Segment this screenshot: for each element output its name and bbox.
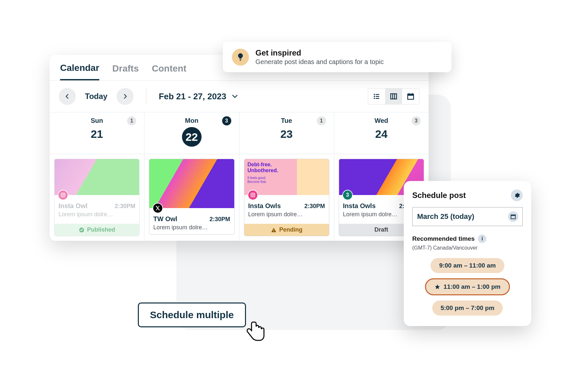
day-number: 22 [182,127,202,147]
day-column-tue: Debt-free. Unbothered. It feels good. Be… [239,154,334,241]
post-time: 2:30PM [209,216,230,223]
calendar-icon [407,92,415,100]
view-week-button[interactable] [385,89,402,104]
instagram-icon [58,190,68,200]
cards-row: Insta Owl 2:30PM Lorem ipsum dolre… Publ… [50,154,429,241]
timezone-label: (GMT-7) Canada/Vancouver [412,245,523,251]
lightbulb-icon [232,49,249,66]
day-count-badge: 1 [317,116,326,125]
next-button[interactable] [117,88,134,105]
day-count-badge: 3 [222,116,231,125]
post-body: Insta Owls 2:30PM Lorem ipsum dolre… [244,195,329,221]
get-inspired-card[interactable]: Get inspired Generate post ideas and cap… [223,42,451,72]
time-slot[interactable]: 9:00 am – 11:00 am [431,258,504,273]
divider [146,89,146,104]
day-header-wed[interactable]: Wed 3 24 [334,112,429,154]
info-icon[interactable]: i [478,235,486,243]
columns-icon [390,92,398,100]
day-column-mon: TW Owl 2:30PM Lorem ipsum dolre… [144,154,239,241]
cursor-hand-icon [245,319,266,343]
schedule-date-value: March 25 (today) [417,212,474,221]
post-card[interactable]: TW Owl 2:30PM Lorem ipsum dolre… [149,159,234,235]
day-number: 21 [53,128,141,140]
warning-icon [271,227,277,233]
tab-drafts[interactable]: Drafts [112,63,139,80]
tab-content[interactable]: Content [152,63,187,80]
tab-calendar[interactable]: Calendar [60,63,99,80]
svg-rect-1 [376,94,379,95]
svg-point-2 [374,96,375,97]
post-body: TW Owl 2:30PM Lorem ipsum dolre… [149,208,234,234]
date-range-label: Feb 21 - 27, 2023 [159,91,226,102]
multi-network-badge: 3 [342,190,353,200]
svg-rect-5 [376,98,379,99]
view-list-button[interactable] [368,89,385,104]
svg-rect-6 [391,94,397,99]
svg-point-4 [374,98,375,99]
time-slot[interactable]: 5:00 pm – 7:00 pm [432,301,503,316]
date-range-button[interactable]: Feb 21 - 27, 2023 [159,91,238,102]
schedule-date-field[interactable]: March 25 (today) [412,207,523,226]
schedule-post-panel: Schedule post March 25 (today) Recommend… [404,181,531,326]
svg-rect-22 [239,59,241,60]
svg-rect-20 [273,229,274,231]
recommended-times-label: Recommended times i [412,235,523,243]
day-count-badge: 3 [412,116,421,125]
account-name: Insta Owls [248,202,281,210]
svg-point-19 [254,194,254,194]
time-slot-best[interactable]: 11:00 am – 1:00 pm [425,278,510,295]
day-header-sun[interactable]: Sun 1 21 [50,112,144,154]
settings-button[interactable] [511,189,523,201]
day-header-mon[interactable]: Mon 3 22 [144,112,239,154]
chevron-right-icon [122,93,128,99]
post-thumbnail [149,159,234,208]
post-body: Insta Owl 2:30PM Lorem ipsum dolre… [55,195,139,221]
post-snippet: Lorem ipsum dolre… [58,211,135,218]
x-twitter-icon [153,203,163,213]
check-circle-icon [79,227,85,233]
schedule-panel-title: Schedule post [412,191,466,200]
thumb-subhead: It feels good. Become that. [248,176,267,184]
day-number: 24 [337,128,425,140]
status-pending: Pending [244,224,329,236]
day-header-tue[interactable]: Tue 1 23 [239,112,334,154]
post-card[interactable]: Debt-free. Unbothered. It feels good. Be… [244,159,329,236]
svg-rect-3 [376,96,379,97]
post-time: 2:30PM [304,203,325,210]
post-thumbnail [55,159,139,195]
svg-rect-23 [240,60,241,61]
svg-rect-21 [273,231,274,232]
view-switcher [368,88,419,105]
account-name: TW Owl [153,215,177,223]
view-month-button[interactable] [402,89,419,104]
post-thumbnail: Debt-free. Unbothered. It feels good. Be… [244,159,329,195]
list-icon [373,92,381,100]
chevron-down-icon [232,93,238,100]
prev-button[interactable] [59,88,76,105]
time-slot-label: 11:00 am – 1:00 pm [444,283,500,290]
svg-point-18 [252,194,254,196]
post-card[interactable]: Insta Owl 2:30PM Lorem ipsum dolre… Publ… [54,159,139,236]
post-snippet: Lorem ipsum dolre… [248,211,325,218]
svg-rect-10 [408,94,414,96]
day-headers: Sun 1 21 Mon 3 22 Tue 1 23 Wed 3 24 [50,112,429,154]
thumb-headline: Debt-free. Unbothered. [248,162,278,173]
star-icon [434,284,440,290]
post-time: 2:30PM [115,203,135,210]
account-name: Insta Owls [343,202,376,210]
gear-icon [514,192,520,199]
svg-point-0 [374,94,375,95]
status-published: Published [55,224,139,236]
chevron-left-icon [64,93,70,99]
svg-rect-25 [511,215,515,216]
schedule-multiple-button[interactable]: Schedule multiple [138,302,246,327]
calendar-panel: Calendar Drafts Content Today Feb 21 - 2… [50,55,429,241]
account-name: Insta Owl [58,202,88,210]
day-number: 23 [243,128,331,140]
inspire-title: Get inspired [255,48,384,57]
post-snippet: Lorem ipsum dolre… [153,224,230,231]
calendar-toolbar: Today Feb 21 - 27, 2023 [50,81,429,112]
inspire-subtitle: Generate post ideas and captions for a t… [255,58,384,66]
svg-point-14 [62,194,64,196]
today-button[interactable]: Today [85,92,107,101]
